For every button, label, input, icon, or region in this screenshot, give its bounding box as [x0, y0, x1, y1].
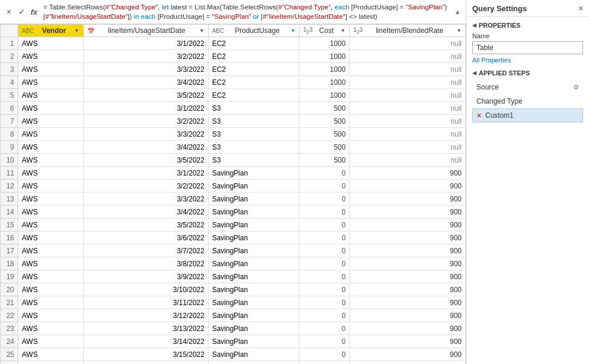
qs-close-button[interactable]: ×: [578, 4, 583, 13]
applied-steps-title: ◀ APPLIED STEPS: [472, 70, 583, 77]
table-row: 5AWS3/5/2022EC21000null: [1, 89, 466, 102]
cell-cost: 500: [300, 128, 350, 141]
row-number: 3: [1, 63, 18, 76]
cell-cost: 0: [300, 193, 350, 206]
formula-text: = Table.SelectRows(#"Changed Type", let …: [44, 2, 449, 21]
cost-filter-icon[interactable]: ▼: [340, 28, 345, 34]
cell-vendor: AWS: [18, 180, 84, 193]
cell-date: 3/2/2022: [83, 50, 208, 63]
table-row: 2AWS3/2/2022EC21000null: [1, 50, 466, 63]
properties-expand-icon[interactable]: ◀: [472, 22, 476, 28]
cell-blended-rate: 900: [350, 180, 466, 193]
cell-blended-rate: null: [350, 102, 466, 115]
row-number: 6: [1, 102, 18, 115]
cell-usage: SavingPlan: [208, 270, 300, 283]
cell-date: 3/16/2022: [83, 361, 208, 364]
cell-blended-rate: null: [350, 154, 466, 167]
cell-vendor: AWS: [18, 257, 84, 270]
cell-blended-rate: null: [350, 128, 466, 141]
qs-title: Query Settings: [472, 4, 527, 13]
cell-date: 3/3/2022: [83, 63, 208, 76]
cell-cost: 0: [300, 219, 350, 231]
cell-date: 3/14/2022: [83, 335, 208, 348]
row-number: 9: [1, 141, 18, 154]
cell-cost: 0: [300, 309, 350, 322]
cancel-button[interactable]: ×: [4, 6, 14, 17]
cell-blended-rate: 900: [350, 257, 466, 270]
table-row: 14AWS3/4/2022SavingPlan0900: [1, 206, 466, 219]
cell-usage: SavingPlan: [208, 348, 300, 361]
cell-vendor: AWS: [18, 193, 84, 206]
col-header-blended[interactable]: 123 lineItem/BlendedRate ▼: [350, 25, 466, 37]
cell-blended-rate: 900: [350, 283, 466, 296]
cell-vendor: AWS: [18, 141, 84, 154]
cell-cost: 500: [300, 102, 350, 115]
cell-cost: 500: [300, 115, 350, 128]
all-properties-link[interactable]: All Properties: [472, 57, 583, 64]
cell-vendor: AWS: [18, 270, 84, 283]
cell-cost: 0: [300, 231, 350, 244]
cell-blended-rate: 900: [350, 270, 466, 283]
name-input[interactable]: [472, 41, 583, 54]
row-number: 24: [1, 335, 18, 348]
table-row: 18AWS3/8/2022SavingPlan0900: [1, 257, 466, 270]
step-item-custom1[interactable]: ✕Custom1: [472, 108, 583, 123]
step-gear-icon[interactable]: ⚙: [573, 84, 579, 91]
scroll-up-button[interactable]: ▲: [453, 8, 462, 16]
table-row: 15AWS3/5/2022SavingPlan0900: [1, 219, 466, 231]
row-number: 13: [1, 193, 18, 206]
row-number: 4: [1, 76, 18, 89]
date-filter-icon[interactable]: ▼: [199, 28, 205, 34]
col-header-cost[interactable]: 123 Cost ▼: [300, 25, 350, 37]
table-container[interactable]: ABC Vendor ▼ 📅 lineItem/UsageStartDate ▼: [0, 24, 466, 364]
cell-vendor: AWS: [18, 244, 84, 257]
cell-blended-rate: 900: [350, 296, 466, 309]
cell-usage: S3: [208, 115, 300, 128]
cell-usage: SavingPlan: [208, 193, 300, 206]
blended-col-label: lineItem/BlendedRate: [364, 27, 455, 35]
usage-filter-icon[interactable]: ▼: [290, 28, 295, 34]
formula-bar: × ✓ fx = Table.SelectRows(#"Changed Type…: [0, 0, 466, 24]
cell-usage: EC2: [208, 63, 300, 76]
cell-date: 3/1/2022: [83, 37, 208, 50]
cell-usage: SavingPlan: [208, 206, 300, 219]
step-item-changed_type[interactable]: Changed Type: [472, 94, 583, 108]
col-header-date[interactable]: 📅 lineItem/UsageStartDate ▼: [83, 25, 208, 37]
cell-cost: 0: [300, 257, 350, 270]
row-number: 12: [1, 180, 18, 193]
col-header-usage[interactable]: ABC ProductUsage ▼: [208, 25, 300, 37]
cell-usage: S3: [208, 154, 300, 167]
table-row: 10AWS3/5/2022S3500null: [1, 154, 466, 167]
cell-vendor: AWS: [18, 309, 84, 322]
row-number: 23: [1, 322, 18, 335]
table-row: 9AWS3/4/2022S3500null: [1, 141, 466, 154]
cell-cost: 0: [300, 361, 350, 364]
vendor-filter-icon[interactable]: ▼: [74, 28, 80, 34]
row-number: 18: [1, 257, 18, 270]
cell-usage: SavingPlan: [208, 361, 300, 364]
table-row: 26AWS3/16/2022SavingPlan0900: [1, 361, 466, 364]
blended-filter-icon[interactable]: ▼: [456, 28, 462, 34]
table-row: 3AWS3/3/2022EC21000null: [1, 63, 466, 76]
row-number: 1: [1, 37, 18, 50]
cell-vendor: AWS: [18, 89, 84, 102]
cell-usage: SavingPlan: [208, 180, 300, 193]
table-row: 8AWS3/3/2022S3500null: [1, 128, 466, 141]
cell-vendor: AWS: [18, 296, 84, 309]
step-item-source[interactable]: Source⚙: [472, 80, 583, 94]
cell-cost: 1000: [300, 63, 350, 76]
cell-blended-rate: 900: [350, 309, 466, 322]
row-number: 16: [1, 231, 18, 244]
table-row: 4AWS3/4/2022EC21000null: [1, 76, 466, 89]
confirm-button[interactable]: ✓: [17, 6, 27, 17]
col-header-vendor[interactable]: ABC Vendor ▼: [18, 25, 84, 37]
applied-steps-expand-icon[interactable]: ◀: [472, 70, 476, 76]
cell-date: 3/8/2022: [83, 257, 208, 270]
table-row: 19AWS3/9/2022SavingPlan0900: [1, 270, 466, 283]
table-row: 7AWS3/2/2022S3500null: [1, 115, 466, 128]
cell-blended-rate: null: [350, 115, 466, 128]
cell-date: 3/15/2022: [83, 348, 208, 361]
cell-vendor: AWS: [18, 50, 84, 63]
cell-usage: SavingPlan: [208, 231, 300, 244]
row-number: 19: [1, 270, 18, 283]
